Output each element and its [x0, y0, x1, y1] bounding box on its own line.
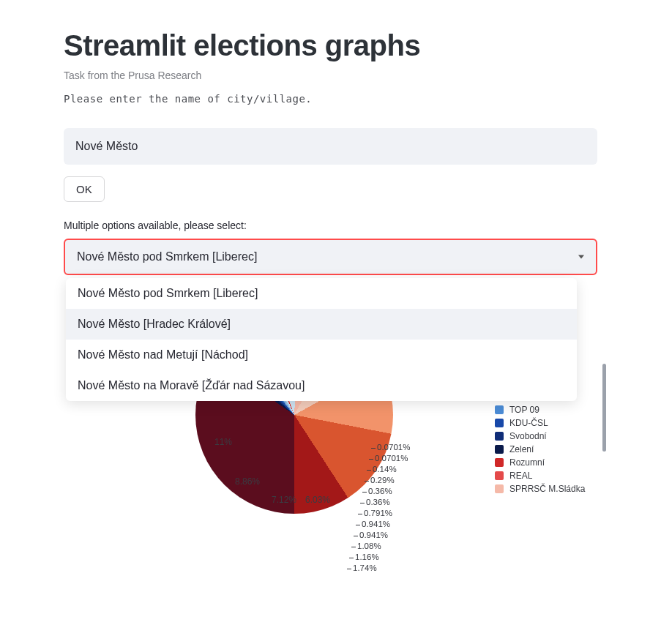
leader-tick [369, 459, 373, 460]
city-input[interactable] [64, 128, 597, 165]
small-slice-label: 1.74% [353, 564, 377, 572]
legend-row[interactable]: Rozumní [495, 456, 597, 469]
city-select-option[interactable]: Nové Město [Hradec Králové] [66, 309, 577, 340]
leader-tick [347, 569, 351, 569]
ok-button[interactable]: OK [64, 176, 105, 202]
city-select-value: Nové Město pod Smrkem [Liberec] [77, 250, 257, 263]
legend-row[interactable]: TOP 09 [495, 403, 597, 416]
legend-label: SPRRSČ M.Sládka [509, 484, 585, 494]
small-slice-label: 0.791% [364, 509, 392, 517]
small-slice-label: 1.16% [355, 553, 379, 561]
legend-label: REAL [509, 471, 532, 481]
city-select-option[interactable]: Nové Město pod Smrkem [Liberec] [66, 278, 577, 309]
legend-scrollbar[interactable] [602, 364, 606, 452]
small-slice-label: 0.29% [370, 476, 395, 484]
legend-swatch [495, 484, 504, 493]
legend-swatch [495, 419, 504, 427]
leader-tick [371, 448, 376, 449]
legend-label: Zelení [509, 444, 534, 454]
pie-label-8-86: 8.86% [235, 476, 260, 487]
leader-tick [356, 525, 360, 525]
pie-label-7-12: 7.12% [272, 495, 296, 505]
city-select-dropdown: Nové Město pod Smrkem [Liberec]Nové Měst… [66, 278, 577, 401]
chevron-down-icon [578, 255, 584, 259]
select-label: Multiple options available, please selec… [64, 220, 597, 231]
legend-swatch [495, 405, 504, 414]
page-title: Streamlit elections graphs [64, 29, 597, 62]
leader-tick [362, 492, 367, 493]
leader-tick [349, 558, 354, 558]
legend-swatch [495, 432, 504, 441]
small-slice-label: 0.0701% [375, 454, 408, 463]
leader-tick [351, 547, 356, 547]
legend-swatch [495, 445, 504, 454]
legend-row[interactable]: Svobodní [495, 430, 597, 443]
legend-row[interactable]: Zelení [495, 443, 597, 456]
legend-label: Rozumní [509, 457, 545, 468]
leader-tick [365, 481, 369, 482]
pie-label-6-03: 6.03% [305, 495, 330, 505]
city-select-option[interactable]: Nové Město na Moravě [Žďár nad Sázavou] [66, 370, 577, 401]
small-slice-label: 0.36% [368, 487, 392, 495]
task-line: Task from the Prusa Research [64, 70, 597, 81]
legend-row[interactable]: REAL [495, 469, 597, 482]
legend-label: KDU-ČSL [509, 418, 548, 428]
leader-tick [367, 470, 371, 471]
legend-swatch [495, 458, 504, 467]
legend-swatch [495, 471, 504, 480]
small-slice-label: 0.14% [373, 465, 397, 473]
small-slice-label: 0.36% [366, 498, 390, 506]
small-slice-label: 1.08% [357, 542, 381, 550]
leader-tick [358, 514, 362, 514]
city-select[interactable]: Nové Město pod Smrkem [Liberec] [64, 239, 597, 275]
leader-tick [354, 536, 358, 536]
small-slice-label: 0.941% [362, 520, 390, 528]
legend-label: TOP 09 [509, 405, 539, 415]
legend-row[interactable]: SPRRSČ M.Sládka [495, 482, 597, 495]
small-slice-label: 0.0701% [377, 443, 410, 452]
leader-tick [360, 503, 365, 503]
city-select-option[interactable]: Nové Město nad Metují [Náchod] [66, 340, 577, 370]
legend-label: Svobodní [509, 431, 547, 441]
legend-row[interactable]: KDU-ČSL [495, 416, 597, 430]
small-slice-label: 0.941% [359, 531, 388, 539]
prompt-line: Please enter the name of city/village. [64, 93, 597, 105]
page-root: Streamlit elections graphs Task from the… [0, 0, 661, 631]
pie-label-11: 11% [214, 437, 232, 447]
